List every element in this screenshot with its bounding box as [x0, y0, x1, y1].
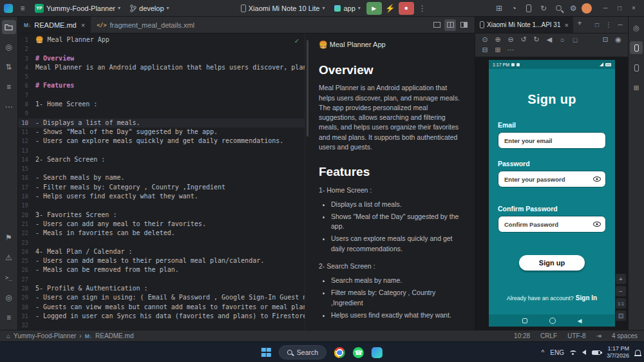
editor-only-toggle[interactable]: [431, 19, 442, 31]
close-icon[interactable]: ×: [565, 21, 569, 29]
tab-readme[interactable]: M↓ README.md ×: [18, 17, 91, 33]
snapshot-icon[interactable]: ⊞: [493, 45, 503, 55]
editor-and-preview-toggle[interactable]: [444, 19, 456, 31]
search-everywhere-icon[interactable]: [552, 2, 565, 15]
screenshot-icon[interactable]: ⊡: [600, 35, 611, 44]
notification-bell-icon[interactable]: [635, 350, 641, 356]
run-config-selector[interactable]: app ▾: [330, 3, 364, 14]
show-confirm-password-eye-icon[interactable]: [593, 222, 601, 227]
android-back-icon[interactable]: ◀: [544, 35, 554, 44]
nav-overview-button[interactable]: [522, 318, 527, 323]
volume-down-icon[interactable]: ⊖: [506, 35, 516, 44]
more-run-options-icon[interactable]: ⋮: [416, 2, 429, 15]
project-selector[interactable]: YP Yummy-Food-Planner ▾: [31, 3, 124, 14]
zoom-out-button[interactable]: −: [616, 286, 626, 296]
editor-line[interactable]: 244- Meal Plan / Calendar :: [18, 247, 305, 256]
breadcrumb-project[interactable]: Yummy-Food-Planner: [14, 332, 76, 339]
editor-line[interactable]: 25- Users can add meals to their persona…: [18, 256, 305, 265]
signup-button[interactable]: Sign up: [519, 255, 585, 271]
scrollbar-thumb[interactable]: [307, 40, 308, 137]
profiler-icon[interactable]: ◔: [507, 2, 520, 15]
editor-line[interactable]: 13: [18, 146, 305, 155]
editor-line[interactable]: 81- Home Screen :: [18, 100, 305, 109]
window-maximize-button[interactable]: □: [613, 2, 626, 15]
hide-panel-icon[interactable]: ─: [615, 20, 625, 30]
gradle-tool-button[interactable]: ⊞: [630, 81, 643, 94]
layout-inspector-icon[interactable]: ⊞: [493, 2, 506, 15]
main-menu-hamburger-icon[interactable]: ≡: [16, 2, 29, 15]
whatsapp-taskbar-icon[interactable]: ☎: [353, 347, 364, 358]
inspection-status-icon[interactable]: ✓: [294, 37, 299, 45]
editor-scrollbar[interactable]: [305, 33, 309, 330]
version-control-tool-window-button[interactable]: ◎: [2, 291, 16, 305]
editor-line[interactable]: 30- Guests can view meals but cannot add…: [18, 303, 305, 312]
pull-requests-tool-window-button[interactable]: ⇅: [2, 60, 16, 74]
editor-line[interactable]: 21- Users can add any meal to their favo…: [18, 220, 305, 229]
indent-widget[interactable]: 4 spaces: [612, 332, 638, 339]
structure-tool-window-button[interactable]: ≡: [2, 80, 16, 94]
editor-line[interactable]: 5: [18, 72, 305, 81]
android-overview-icon[interactable]: □: [570, 35, 580, 44]
bookmarks-tool-window-button[interactable]: ⚑: [2, 231, 16, 245]
editor-line[interactable]: 15: [18, 164, 305, 173]
more-tool-windows-icon[interactable]: ⋯: [2, 100, 16, 114]
editor-line[interactable]: 285- Profile & Authentication :: [18, 284, 305, 293]
notifications-tool-button[interactable]: ◎: [630, 21, 643, 34]
editor-line[interactable]: 203- Favorites Screen :: [18, 211, 305, 220]
wifi-icon[interactable]: [570, 350, 576, 354]
editor-line[interactable]: 9: [18, 109, 305, 118]
running-devices-tool-button[interactable]: [630, 41, 643, 54]
branch-selector[interactable]: develop ▾: [126, 3, 173, 14]
editor-line[interactable]: 27: [18, 275, 305, 284]
device-manager-tool-button[interactable]: [630, 61, 643, 74]
editor-line[interactable]: 4Meal Planner is an Android application …: [18, 63, 305, 72]
language-indicator[interactable]: ENG: [550, 349, 564, 356]
editor-line[interactable]: 22- Meals in favorites can be deleted.: [18, 229, 305, 238]
line-ending-widget[interactable]: CRLF: [540, 332, 557, 339]
editor-line[interactable]: 142- Search Screen :: [18, 155, 305, 164]
more-device-actions-icon[interactable]: ⋯: [506, 45, 516, 55]
logcat-tool-window-button[interactable]: ≡: [2, 310, 16, 325]
editor-line[interactable]: 18- Helps users find exactly what they w…: [18, 192, 305, 201]
close-icon[interactable]: ×: [81, 21, 85, 29]
run-button[interactable]: ▶: [366, 2, 382, 15]
editor-line[interactable]: 12- Users can explore meals quickly and …: [18, 137, 305, 146]
volume-up-icon[interactable]: ⊕: [493, 35, 503, 44]
editor-line[interactable]: 23: [18, 238, 305, 247]
android-home-icon[interactable]: ○: [557, 35, 567, 44]
device-manager-icon[interactable]: [522, 2, 535, 15]
editor-line[interactable]: 32: [18, 321, 305, 330]
editor-line[interactable]: 7: [18, 91, 305, 100]
device-selector[interactable]: Xiaomi Mi Note 10 Lite ▾: [237, 3, 329, 14]
zoom-in-button[interactable]: +: [616, 274, 626, 284]
zoom-reset-button[interactable]: 1:1: [616, 298, 626, 309]
fold-device-icon[interactable]: ⊟: [480, 45, 490, 55]
settings-gear-icon[interactable]: ⚙: [567, 2, 580, 15]
terminal-tool-window-button[interactable]: >_: [2, 271, 16, 285]
zoom-fit-button[interactable]: ⊡: [616, 310, 626, 321]
rotate-right-icon[interactable]: ↻: [531, 35, 542, 44]
device-screen[interactable]: 1:17 PM Sign up Email Password Confirm P: [489, 60, 615, 327]
cursor-position-widget[interactable]: 10:28: [514, 332, 530, 339]
nav-back-button[interactable]: ◀: [578, 318, 582, 324]
problems-tool-window-button[interactable]: ⚠: [2, 251, 16, 265]
breadcrumb-file[interactable]: README.md: [95, 332, 133, 339]
stop-button[interactable]: ■: [399, 2, 414, 15]
editor-line[interactable]: 6# Features: [18, 81, 305, 90]
chrome-taskbar-icon[interactable]: [334, 347, 345, 358]
taskbar-search[interactable]: Search: [279, 345, 327, 359]
panel-options-icon[interactable]: ⋮: [603, 20, 614, 30]
email-field[interactable]: [498, 132, 606, 149]
project-tool-window-button[interactable]: [2, 20, 16, 34]
editor-line[interactable]: 10- Displays a list of meals.: [18, 119, 305, 128]
editor-line[interactable]: 1🍔 Meal Planner App: [18, 35, 305, 44]
taskbar-clock[interactable]: 1:17 PM 3/7/2026: [607, 345, 629, 360]
apply-changes-icon[interactable]: ⚡: [384, 2, 397, 15]
nav-home-button[interactable]: [549, 318, 556, 324]
windows-start-button[interactable]: [261, 348, 271, 357]
window-close-button[interactable]: ×: [627, 2, 640, 15]
editor-line[interactable]: 29- Users can sign in using: ( Email & P…: [18, 293, 305, 302]
speaker-icon[interactable]: [582, 350, 586, 355]
add-device-button[interactable]: +: [573, 17, 586, 30]
editor-line[interactable]: 16- Search meals by name.: [18, 173, 305, 182]
